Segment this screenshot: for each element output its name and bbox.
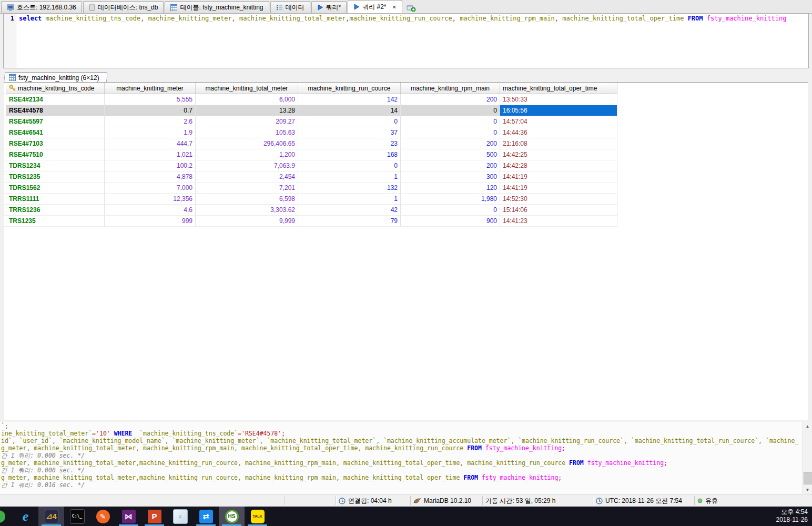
cell-machine_knitting_run_cource[interactable]: 14 [298,105,401,116]
taskbar-slot-pencil-app-icon[interactable]: ✎ [90,507,116,526]
cell-machine_knitting_meter[interactable]: 999 [105,216,196,227]
cell-machine_knitting_tns_code[interactable]: TDRS1562 [6,183,105,194]
cell-machine_knitting_rpm_main[interactable]: 0 [401,105,500,116]
taskbar-clock[interactable]: 오후 4:54 2018-11-26 [776,508,808,524]
log-scrollbar[interactable]: ▲ ▼ [803,422,812,494]
cell-machine_knitting_total_oper_time[interactable]: 14:42:25 [500,149,617,160]
cell-machine_knitting_meter[interactable]: 444.7 [105,138,196,149]
table-row[interactable]: RSE4#21345,5556,00014220013:50:33 [4,94,808,105]
cell-machine_knitting_total_meter[interactable]: 209.27 [196,116,298,127]
cell-machine_knitting_meter[interactable]: 4,878 [105,171,196,183]
partial-app-icon[interactable] [0,510,5,523]
taskbar-slot-teamviewer-icon[interactable]: ⇄ [193,507,219,526]
scrollbar-thumb[interactable] [804,472,812,484]
cell-machine_knitting_rpm_main[interactable]: 900 [401,216,500,227]
cell-machine_knitting_total_oper_time[interactable]: 14:57:04 [500,116,617,127]
cell-machine_knitting_total_oper_time[interactable]: 21:16:08 [500,138,617,149]
cell-machine_knitting_tns_code[interactable]: TRS1235 [6,216,105,227]
cell-machine_knitting_rpm_main[interactable]: 200 [401,160,500,171]
cell-machine_knitting_run_cource[interactable]: 142 [298,94,401,105]
taskbar-slot-picpick-icon[interactable]: ⊿4 [38,507,64,526]
cell-machine_knitting_total_meter[interactable]: 6,598 [196,194,298,205]
taskbar-slot-powerpoint-icon[interactable]: P [141,507,167,526]
cell-machine_knitting_tns_code[interactable]: RSE4#7510 [6,149,105,160]
cell-machine_knitting_run_cource[interactable]: 1 [298,171,401,183]
cell-machine_knitting_run_cource[interactable]: 168 [298,149,401,160]
cell-machine_knitting_run_cource[interactable]: 0 [298,160,401,171]
new-query-tab-icon[interactable] [407,4,416,12]
cell-machine_knitting_tns_code[interactable]: TRRS1111 [6,194,105,205]
cell-machine_knitting_meter[interactable]: 1,021 [105,149,196,160]
cell-machine_knitting_total_meter[interactable]: 2,454 [196,171,298,183]
cell-machine_knitting_meter[interactable]: 0.7 [105,105,196,116]
cell-machine_knitting_run_cource[interactable]: 132 [298,183,401,194]
cell-machine_knitting_meter[interactable]: 1.9 [105,127,196,138]
column-header-machine_knitting_meter[interactable]: machine_knitting_meter [105,83,196,94]
cell-machine_knitting_tns_code[interactable]: RSE4#7103 [6,138,105,149]
table-row[interactable]: TRRS12364.63,303.6242015:14:06 [4,205,808,216]
table-row[interactable]: TDRS1234100.27,063.9020014:42:28 [4,160,808,171]
scroll-down-icon[interactable]: ▼ [803,485,812,494]
cell-machine_knitting_rpm_main[interactable]: 500 [401,149,500,160]
cell-machine_knitting_total_meter[interactable]: 6,000 [196,94,298,105]
cell-machine_knitting_meter[interactable]: 100.2 [105,160,196,171]
cell-machine_knitting_total_meter[interactable]: 1,200 [196,149,298,160]
cell-machine_knitting_run_cource[interactable]: 42 [298,205,401,216]
cell-machine_knitting_rpm_main[interactable]: 200 [401,94,500,105]
scroll-up-icon[interactable]: ▲ [803,422,812,431]
cell-machine_knitting_total_oper_time[interactable]: 14:41:23 [500,216,617,227]
taskbar-slot-notepad-icon[interactable]: ≡ [167,507,193,526]
cell-machine_knitting_run_cource[interactable]: 37 [298,127,401,138]
table-row[interactable]: RSE4#55972.6209.270014:57:04 [4,116,808,127]
taskbar-slot-visual-studio-icon[interactable]: ⋈ [116,507,141,526]
table-row[interactable]: RSE4#7103444.7296,406.652320021:16:08 [4,138,808,149]
cell-machine_knitting_total_meter[interactable]: 7,201 [196,183,298,194]
table-row[interactable]: TRRS111112,3566,59811,98014:52:30 [4,194,808,205]
cell-machine_knitting_tns_code[interactable]: RSE4#4578 [6,105,105,116]
cell-machine_knitting_total_oper_time[interactable]: 14:44:36 [500,127,617,138]
main-tab-3[interactable]: 테이블: fsty_machine_knitting [165,1,269,13]
cell-machine_knitting_total_meter[interactable]: 7,063.9 [196,160,298,171]
cell-machine_knitting_meter[interactable]: 2.6 [105,116,196,127]
cell-machine_knitting_total_oper_time[interactable]: 13:50:33 [500,94,617,105]
cell-machine_knitting_total_meter[interactable]: 3,303.62 [196,205,298,216]
table-row[interactable]: TDRS15627,0007,20113212014:41:19 [4,183,808,194]
taskbar-slot-heidisql-icon[interactable]: HS [219,507,245,526]
cell-machine_knitting_rpm_main[interactable]: 300 [401,171,500,183]
cell-machine_knitting_rpm_main[interactable]: 0 [401,127,500,138]
cell-machine_knitting_run_cource[interactable]: 79 [298,216,401,227]
table-row[interactable]: RSE4#45780.713.2814016:05:56 [4,105,808,116]
cell-machine_knitting_total_oper_time[interactable]: 14:41:19 [500,171,617,183]
table-row[interactable]: TDRS12354,8782,454130014:41:19 [4,171,808,183]
column-header-machine_knitting_total_oper_time[interactable]: machine_knitting_total_oper_time [500,83,617,94]
taskbar-slot-internet-explorer-icon[interactable]: e [13,507,38,526]
cell-machine_knitting_tns_code[interactable]: RSE4#5597 [6,116,105,127]
cell-machine_knitting_tns_code[interactable]: TDRS1234 [6,160,105,171]
cell-machine_knitting_run_cource[interactable]: 1 [298,194,401,205]
cell-machine_knitting_total_meter[interactable]: 296,406.65 [196,138,298,149]
cell-machine_knitting_rpm_main[interactable]: 200 [401,138,500,149]
column-header-machine_knitting_run_cource[interactable]: machine_knitting_run_cource [298,83,401,94]
close-tab-icon[interactable]: ✕ [392,4,397,10]
cell-machine_knitting_total_oper_time[interactable]: 14:52:30 [500,194,617,205]
sql-query-text[interactable]: select machine_knitting_tns_code, machin… [16,14,808,68]
cell-machine_knitting_run_cource[interactable]: 23 [298,138,401,149]
table-row[interactable]: TRS12359999,9997990014:41:23 [4,216,808,227]
column-header-machine_knitting_tns_code[interactable]: machine_knitting_tns_code [6,83,105,94]
cell-machine_knitting_total_oper_time[interactable]: 14:42:28 [500,160,617,171]
cell-machine_knitting_run_cource[interactable]: 0 [298,116,401,127]
result-tab[interactable]: fsty_machine_knitting (6×12) [4,72,108,83]
cell-machine_knitting_tns_code[interactable]: RSE4#6541 [6,127,105,138]
cell-machine_knitting_meter[interactable]: 12,356 [105,194,196,205]
result-grid[interactable]: machine_knitting_tns_codemachine_knittin… [4,82,808,420]
cell-machine_knitting_total_meter[interactable]: 9,999 [196,216,298,227]
cell-machine_knitting_meter[interactable]: 5,555 [105,94,196,105]
cell-machine_knitting_meter[interactable]: 4.6 [105,205,196,216]
cell-machine_knitting_total_oper_time[interactable]: 14:41:19 [500,183,617,194]
column-header-machine_knitting_rpm_main[interactable]: machine_knitting_rpm_main [401,83,500,94]
main-tab-2[interactable]: 데이터베이스: tns_db [83,1,164,13]
main-tab-4[interactable]: 데이터 [270,1,310,13]
column-header-machine_knitting_total_meter[interactable]: machine_knitting_total_meter [196,83,298,94]
cell-machine_knitting_tns_code[interactable]: TRRS1236 [6,205,105,216]
sql-editor[interactable]: 1 select machine_knitting_tns_code, mach… [3,13,809,68]
